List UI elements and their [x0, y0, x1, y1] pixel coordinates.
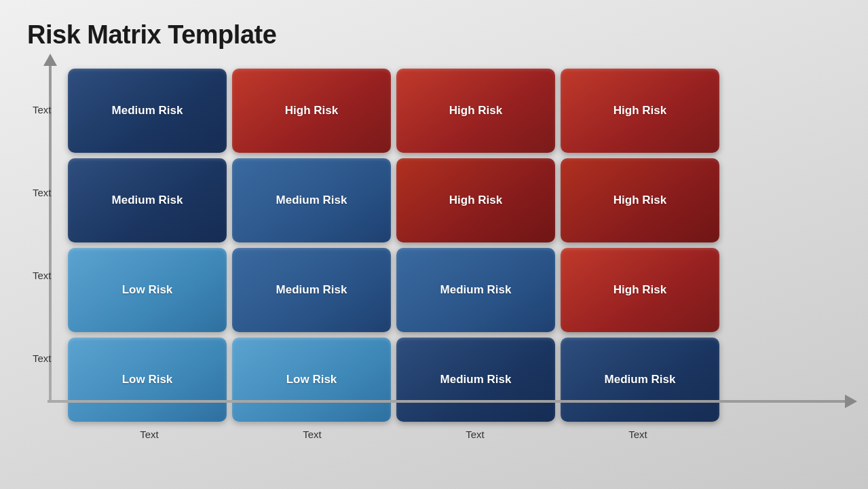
- x-label-2: Text: [394, 429, 556, 440]
- cell-r2-c1: Medium Risk: [232, 248, 391, 332]
- cell-r1-c1: Medium Risk: [232, 158, 391, 242]
- y-label-3: Text: [33, 352, 52, 364]
- y-label-0: Text: [33, 104, 52, 115]
- chart-area: Text Text Text Text Medium RiskHigh Risk…: [68, 69, 841, 440]
- cell-r3-c2: Medium Risk: [396, 338, 555, 422]
- y-label-1: Text: [33, 187, 52, 198]
- page: Risk Matrix Template Text Text Text Text…: [0, 0, 868, 489]
- y-label-2: Text: [33, 270, 52, 281]
- cell-r2-c0: Low Risk: [68, 248, 227, 332]
- risk-matrix-grid: Medium RiskHigh RiskHigh RiskHigh RiskMe…: [68, 69, 719, 422]
- y-axis: Text Text Text Text: [33, 69, 56, 399]
- x-label-3: Text: [556, 429, 719, 440]
- cell-r0-c0: Medium Risk: [68, 69, 227, 153]
- cell-r2-c2: Medium Risk: [396, 248, 555, 332]
- cell-r1-c2: High Risk: [396, 158, 555, 242]
- cell-r3-c3: Medium Risk: [561, 338, 719, 422]
- cell-r1-c3: High Risk: [561, 158, 719, 242]
- cell-r2-c3: High Risk: [561, 248, 719, 332]
- x-label-1: Text: [231, 429, 394, 440]
- x-axis-line: [48, 400, 848, 403]
- cell-r3-c1: Low Risk: [232, 338, 391, 422]
- page-title: Risk Matrix Template: [27, 20, 841, 50]
- x-axis-labels: TextTextTextText: [68, 429, 719, 440]
- cell-r0-c1: High Risk: [232, 69, 391, 153]
- cell-r0-c3: High Risk: [561, 69, 719, 153]
- cell-r3-c0: Low Risk: [68, 338, 227, 422]
- cell-r1-c0: Medium Risk: [68, 158, 227, 242]
- cell-r0-c2: High Risk: [396, 69, 555, 153]
- x-label-0: Text: [68, 429, 231, 440]
